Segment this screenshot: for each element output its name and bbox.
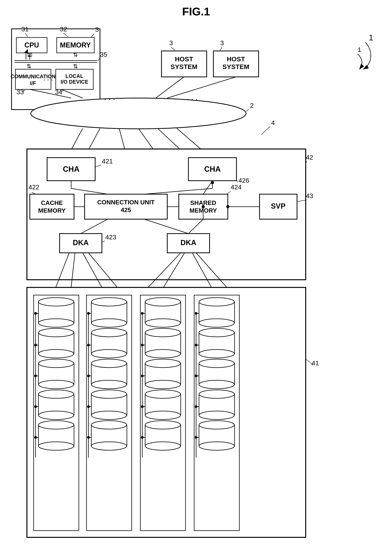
dot-cha2 (211, 181, 214, 184)
disk-1-2-bot (38, 349, 74, 358)
svg-point-85 (199, 411, 234, 419)
ref-41: 41 (312, 359, 319, 367)
svg-point-73 (141, 375, 144, 377)
cache-memory-label-2: MEMORY (38, 207, 66, 214)
svg-point-80 (199, 328, 234, 337)
svg-point-63 (145, 390, 181, 398)
svg-point-42 (91, 390, 127, 398)
dka1-label: DKA (73, 239, 89, 247)
cpu-label: CPU (24, 41, 39, 49)
svg-point-82 (199, 359, 234, 368)
ref-34: 34 (55, 88, 62, 96)
svg-line-12 (220, 47, 222, 50)
disk-1-5-bot (38, 442, 74, 450)
svg-point-75 (141, 405, 144, 408)
svg-point-59 (145, 328, 181, 337)
svg-point-39 (91, 349, 127, 358)
svg-point-31 (34, 375, 37, 377)
dka2-label: DKA (181, 239, 196, 247)
svg-point-77 (141, 436, 144, 439)
ref-426: 426 (238, 177, 249, 184)
svp-label: SVP (271, 202, 285, 210)
cha1-label: CHA (63, 165, 80, 173)
svg-point-29 (34, 344, 37, 347)
svg-point-40 (91, 359, 127, 368)
line-net-2 (88, 128, 100, 150)
network-ellipse (31, 98, 246, 129)
line-hs1-net (156, 77, 184, 98)
ref-32: 32 (60, 25, 67, 33)
svg-line-11 (171, 47, 175, 50)
ref-4-line (261, 126, 270, 135)
svg-point-33 (34, 405, 37, 408)
svg-point-92 (195, 344, 197, 347)
svg-point-61 (145, 359, 181, 368)
ref-42: 42 (306, 154, 313, 161)
svg-point-57 (145, 298, 181, 306)
ref-3-hs2: 3 (220, 39, 224, 46)
svg-line-13 (246, 109, 249, 111)
ref-2: 2 (250, 102, 254, 109)
ref-421: 421 (102, 157, 113, 165)
disk-1-2-top (38, 328, 74, 337)
svg-point-65 (145, 421, 181, 429)
dots-left-net: . . . (104, 93, 115, 102)
ref-3-host: 3 (95, 26, 99, 33)
memory-label: MEMORY (60, 41, 91, 49)
ref-3-hs1: 3 (169, 39, 173, 46)
host-system-2-label-2: SYSTEM (223, 63, 249, 70)
bus-arrows-2: ⇅ (73, 52, 78, 58)
ref-43: 43 (306, 192, 313, 199)
svg-point-37 (91, 319, 127, 327)
svg-point-86 (199, 421, 234, 429)
svg-point-96 (195, 405, 197, 408)
connection-unit-label-1: CONNECTION UNIT (97, 199, 155, 206)
host-system-1-label-1: HOST (175, 55, 193, 63)
svg-point-78 (199, 298, 234, 306)
bus-arrows-1: ⇅ (27, 52, 31, 58)
svg-point-94 (195, 375, 197, 377)
cache-memory-box (30, 194, 74, 219)
svg-point-87 (199, 442, 234, 450)
bus-arrows-4: ⇅ (73, 63, 78, 70)
svg-point-81 (199, 349, 234, 358)
svg-point-83 (199, 380, 234, 389)
ref-31: 31 (21, 25, 29, 33)
svg-point-84 (199, 390, 234, 398)
line-net-4 (138, 128, 154, 150)
dot-shared-svp (226, 205, 229, 208)
comm-if-label-2: I/F (30, 80, 36, 86)
line-net-6 (177, 128, 202, 150)
dots-right-net: . . . (187, 93, 198, 102)
cache-memory-label-1: CACHE (41, 199, 63, 206)
line-net-3 (119, 128, 125, 150)
dots-inside: . . . (43, 74, 53, 82)
disk-1-3-top (38, 359, 74, 368)
disk-1-5-top (38, 421, 74, 429)
svg-point-54 (87, 405, 90, 408)
line-net-5 (158, 128, 181, 150)
fig-title: FIG.1 (182, 5, 210, 18)
svg-point-36 (91, 298, 127, 306)
disk-1-1-bot (38, 319, 74, 327)
ref-1-label: 1 (369, 33, 373, 42)
svg-point-66 (145, 442, 181, 450)
ref-423: 423 (105, 233, 116, 241)
svg-point-79 (199, 319, 234, 327)
ref-33: 33 (16, 88, 24, 96)
host-system-2-label-1: HOST (227, 55, 245, 63)
svg-point-64 (145, 411, 181, 419)
ref-4: 4 (271, 119, 275, 126)
ref1-arrow (363, 42, 371, 69)
svg-point-98 (195, 436, 197, 439)
line-hs2-net (167, 77, 236, 98)
svg-point-50 (87, 344, 90, 347)
svg-point-45 (91, 442, 127, 450)
line-net-1 (71, 128, 83, 150)
svg-point-62 (145, 380, 181, 389)
ref-424: 424 (231, 183, 242, 191)
ref-1: 1 (358, 46, 361, 53)
disk-1-3-bot (38, 380, 74, 389)
svg-point-56 (87, 436, 90, 439)
svg-point-35 (34, 436, 37, 439)
